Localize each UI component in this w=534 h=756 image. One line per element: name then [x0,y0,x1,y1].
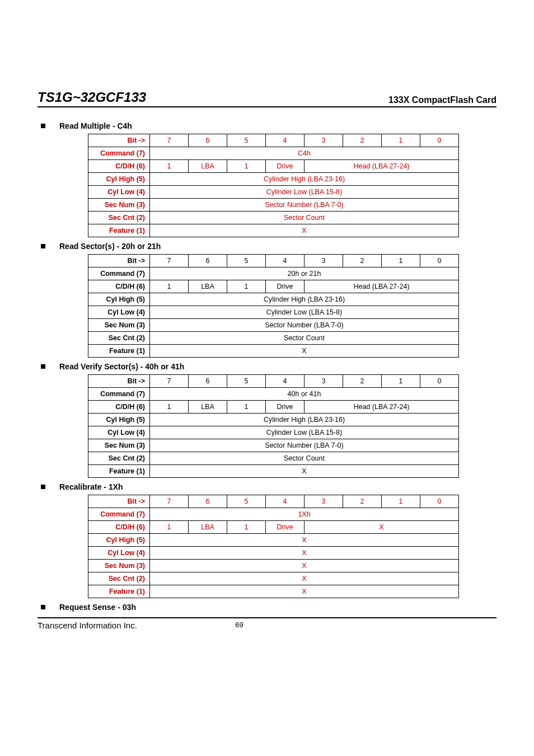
row-label: Command (7) [88,147,150,160]
cdh-tail: X [305,521,459,534]
cdh-cell: Drive [266,401,305,414]
bit-header: 6 [189,255,227,267]
row-label: Sec Num (3) [88,199,150,212]
cdh-cell: 1 [150,521,189,534]
bit-header: 1 [382,375,420,388]
footer-page: 69 [235,621,366,630]
bit-header: 7 [150,255,189,267]
bit-header: 6 [189,375,227,388]
span-value: Cylinder Low (LBA 15-8) [150,306,459,319]
bit-header: 2 [343,375,382,388]
bit-header: 3 [305,375,343,388]
bit-header: 5 [227,495,266,508]
span-value: Cylinder High (LBA 23-16) [150,293,459,306]
span-value: Cylinder High (LBA 23-16) [150,173,459,186]
bit-header: 4 [266,134,305,147]
row-label: C/D/H (6) [88,521,150,534]
bit-header: 4 [266,375,305,388]
row-label: Cyl High (5) [88,534,150,547]
section: Request Sense - 03h [38,603,496,612]
span-value: X [150,585,459,598]
header: TS1G~32GCF133 133X CompactFlash Card [38,90,496,107]
bullet-icon [41,124,45,128]
bit-header: 6 [189,495,227,508]
cdh-cell: 1 [227,280,266,293]
section-title-label: Request Sense - 03h [59,603,136,612]
span-value: Cylinder Low (LBA 15-8) [150,426,459,439]
bit-header: 6 [189,134,227,147]
span-value: Sector Number (LBA 7-0) [150,439,459,452]
cdh-cell: 1 [150,401,189,414]
row-label: Cyl Low (4) [88,306,150,319]
product-name: TS1G~32GCF133 [38,90,146,105]
span-value: Cylinder Low (LBA 15-8) [150,186,459,199]
row-label: Command (7) [88,388,150,401]
row-label: Feature (1) [88,465,150,478]
cdh-cell: 1 [227,160,266,173]
span-value: X [150,534,459,547]
product-subtitle: 133X CompactFlash Card [388,95,496,105]
page: TS1G~32GCF133 133X CompactFlash Card Rea… [38,34,496,630]
span-value: Sector Number (LBA 7-0) [150,319,459,332]
register-table: Bit ->76543210Command (7)1XhC/D/H (6)1LB… [88,495,459,598]
bit-header: 7 [150,495,189,508]
bit-header: 3 [305,134,343,147]
bullet-icon [41,605,45,609]
bit-header: 0 [420,495,459,508]
bit-header: 0 [420,134,459,147]
cdh-cell: 1 [150,160,189,173]
row-label: Sec Cnt (2) [88,452,150,465]
row-label: Feature (1) [88,345,150,358]
span-value: X [150,547,459,560]
row-label: Sec Cnt (2) [88,212,150,224]
command-value: C4h [150,147,459,160]
bit-header: 3 [305,495,343,508]
span-value: Sector Count [150,452,459,465]
row-label: C/D/H (6) [88,280,150,293]
cdh-cell: Drive [266,521,305,534]
bullet-icon [41,485,45,489]
span-value: X [150,345,459,358]
bit-header: 1 [382,255,420,267]
section: Read Multiple - C4hBit ->76543210Command… [38,121,496,237]
cdh-cell: LBA [189,280,227,293]
row-label: Bit -> [88,495,150,508]
row-label: Cyl High (5) [88,414,150,426]
bit-header: 5 [227,255,266,267]
row-label: Cyl High (5) [88,173,150,186]
span-value: Sector Number (LBA 7-0) [150,199,459,212]
row-label: Sec Num (3) [88,439,150,452]
cdh-cell: LBA [189,521,227,534]
bit-header: 2 [343,495,382,508]
register-table: Bit ->76543210Command (7)20h or 21hC/D/H… [88,254,459,358]
section-title: Read Multiple - C4h [38,121,496,130]
bit-header: 5 [227,134,266,147]
bit-header: 7 [150,375,189,388]
cdh-cell: LBA [189,160,227,173]
span-value: Cylinder High (LBA 23-16) [150,414,459,426]
bit-header: 1 [382,495,420,508]
register-table: Bit ->76543210Command (7)40h or 41hC/D/H… [88,374,459,478]
row-label: Cyl High (5) [88,293,150,306]
bit-header: 5 [227,375,266,388]
cdh-tail: Head (LBA 27-24) [305,280,459,293]
section-title-label: Read Verify Sector(s) - 40h or 41h [59,362,184,371]
span-value: X [150,465,459,478]
footer-company: Transcend Information Inc. [38,621,168,630]
row-label: Sec Cnt (2) [88,332,150,345]
row-label: Bit -> [88,255,150,267]
bit-header: 2 [343,134,382,147]
row-label: Cyl Low (4) [88,547,150,560]
bit-header: 0 [420,375,459,388]
section-title-label: Recalibrate - 1Xh [59,482,123,491]
bit-header: 3 [305,255,343,267]
command-value: 40h or 41h [150,388,459,401]
section-title: Read Verify Sector(s) - 40h or 41h [38,362,496,371]
section: Read Verify Sector(s) - 40h or 41hBit ->… [38,362,496,478]
bit-header: 4 [266,495,305,508]
row-label: Sec Num (3) [88,560,150,572]
bit-header: 1 [382,134,420,147]
row-label: Cyl Low (4) [88,186,150,199]
row-label: Sec Num (3) [88,319,150,332]
cdh-cell: 1 [227,521,266,534]
